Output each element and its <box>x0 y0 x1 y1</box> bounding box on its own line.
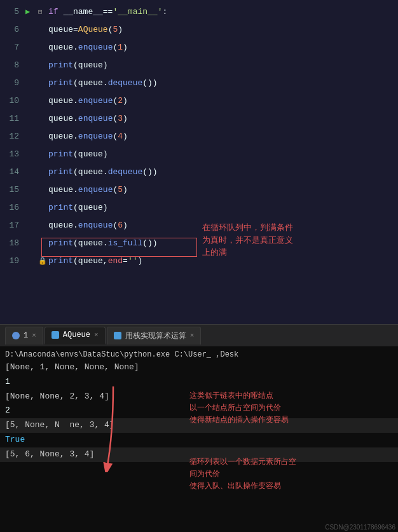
line-arrow-5: ▶ <box>25 7 38 17</box>
code-line-10: 10 queue.enqueue(2) <box>0 92 398 109</box>
line-num-11: 11 <box>0 114 25 123</box>
code-content-13: print(queue) <box>48 149 398 159</box>
code-content-19: print(queue,end='') <box>48 256 398 266</box>
tab3-icon <box>114 332 121 339</box>
terminal-annotation-1: 这类似于链表中的哑结点以一个结点所占空间为代价使得新结点的插入操作变容易 <box>189 390 377 426</box>
line-num-16: 16 <box>0 203 25 212</box>
code-lines: 5▶⊟if __name__=='__main__':6 queue=AQueu… <box>0 0 398 272</box>
tab2-close[interactable]: × <box>94 331 99 339</box>
terminal-out-0: [None, 1, None, None, None] <box>0 360 398 375</box>
line-num-19: 19 <box>0 256 25 266</box>
code-line-6: 6 queue=AQueue(5) <box>0 20 398 38</box>
line-num-6: 6 <box>0 25 25 34</box>
line-fold-19: 🔒 <box>38 257 48 265</box>
code-line-15: 15 queue.enqueue(5) <box>0 181 398 198</box>
tab2-label: AQueue <box>63 331 90 339</box>
code-content-12: queue.enqueue(4) <box>48 132 398 141</box>
code-line-11: 11 queue.enqueue(3) <box>0 109 398 127</box>
code-line-14: 14 print(queue.dequeue()) <box>0 163 398 181</box>
line-num-15: 15 <box>0 185 25 194</box>
tab1-close[interactable]: × <box>32 332 36 339</box>
code-line-12: 12 queue.enqueue(4) <box>0 127 398 145</box>
terminal-out-1: 1 <box>0 375 398 390</box>
tab1-icon <box>12 332 20 339</box>
editor-panel: 5▶⊟if __name__=='__main__':6 queue=AQueu… <box>0 0 398 324</box>
terminal-panel: D:\Anaconda\envs\DataStuc\python.exe C:\… <box>0 346 398 532</box>
code-line-5: 5▶⊟if __name__=='__main__': <box>0 3 398 20</box>
code-line-17: 17 queue.enqueue(6) <box>0 216 398 234</box>
line-num-17: 17 <box>0 221 25 230</box>
watermark: CSDN@2301178696436 <box>325 524 395 531</box>
line-fold-5: ⊟ <box>38 8 48 16</box>
tab1-label: 1 <box>24 331 28 340</box>
line-num-13: 13 <box>0 149 25 159</box>
tab2-icon <box>51 331 59 339</box>
tab-bar: 1 × AQueue × 用栈实现算术运算 × <box>0 324 398 346</box>
code-line-19: 19🔒 print(queue,end='') <box>0 252 398 269</box>
code-content-15: queue.enqueue(5) <box>48 185 398 194</box>
code-content-10: queue.enqueue(2) <box>48 96 398 106</box>
line-num-9: 9 <box>0 78 25 88</box>
tab3-close[interactable]: × <box>190 332 195 339</box>
tab3-label: 用栈实现算术运算 <box>125 331 186 341</box>
line-num-5: 5 <box>0 7 25 17</box>
line-num-14: 14 <box>0 167 25 177</box>
code-content-17: queue.enqueue(6) <box>48 221 398 230</box>
line-num-7: 7 <box>0 43 25 52</box>
code-content-18: print(queue.is_full()) <box>48 238 398 248</box>
terminal-out-5: True <box>0 433 398 447</box>
code-content-11: queue.enqueue(3) <box>48 114 398 123</box>
tab-1[interactable]: 1 × <box>5 327 43 344</box>
line-num-18: 18 <box>0 238 25 248</box>
code-content-5: if __name__=='__main__': <box>48 7 398 17</box>
code-line-9: 9 print(queue.dequeue()) <box>0 74 398 92</box>
code-content-8: print(queue) <box>48 60 398 70</box>
code-content-16: print(queue) <box>48 203 398 212</box>
code-content-14: print(queue.dequeue()) <box>48 167 398 177</box>
code-content-7: queue.enqueue(1) <box>48 43 398 52</box>
code-content-6: queue=AQueue(5) <box>48 25 398 34</box>
code-line-7: 7 queue.enqueue(1) <box>0 38 398 56</box>
code-line-16: 16 print(queue) <box>0 198 398 216</box>
tab-stack-arith[interactable]: 用栈实现算术运算 × <box>107 327 202 344</box>
line-num-10: 10 <box>0 96 25 106</box>
tab-aqueue[interactable]: AQueue × <box>45 327 106 344</box>
terminal-annotation-2: 循环列表以一个数据元素所占空间为代价使得入队、出队操作变容易 <box>189 456 377 493</box>
code-line-8: 8 print(queue) <box>0 56 398 74</box>
code-line-13: 13 print(queue) <box>0 145 398 163</box>
code-line-18: 18 print(queue.is_full()) <box>0 234 398 252</box>
line-num-12: 12 <box>0 132 25 141</box>
terminal-path: D:\Anaconda\envs\DataStuc\python.exe C:\… <box>0 346 398 360</box>
line-num-8: 8 <box>0 60 25 70</box>
code-content-9: print(queue.dequeue()) <box>48 78 398 88</box>
